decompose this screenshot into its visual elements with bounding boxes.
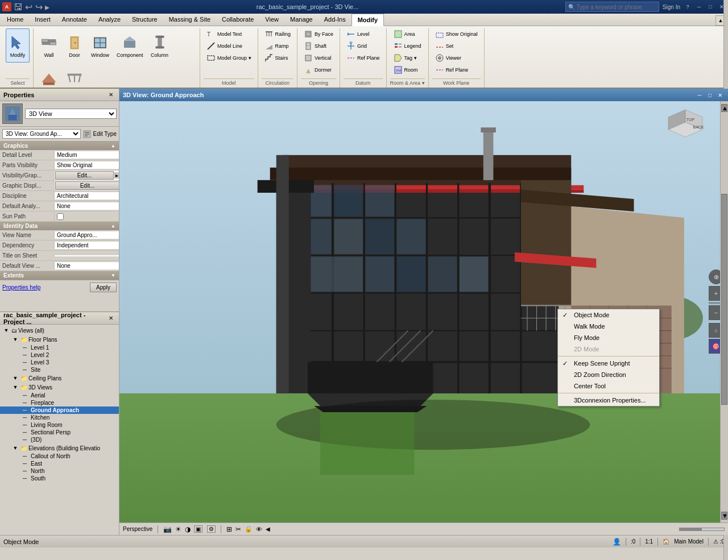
viewport-scrollbar[interactable]: ▲ ▼	[720, 101, 728, 522]
graphics-section-header[interactable]: Graphics ▲	[0, 142, 119, 150]
tree-ceiling-plans[interactable]: ▼ 📁 Ceiling Plans	[0, 374, 119, 383]
area-btn[interactable]: Area	[391, 28, 418, 40]
modify-btn[interactable]: Modify	[6, 28, 30, 63]
crop-icon[interactable]: ⊞	[226, 525, 232, 533]
tree-elevations[interactable]: ▼ 📁 Elevations (Building Elevatio	[0, 443, 119, 453]
search-input[interactable]	[577, 4, 656, 10]
sun-icon[interactable]: ☀	[175, 525, 181, 533]
tree-kitchen[interactable]: ─ Kitchen	[0, 414, 119, 421]
context-2d-zoom[interactable]: 2D Zoom Direction	[558, 369, 659, 380]
search-bar[interactable]: 🔍	[565, 2, 659, 12]
tab-addins[interactable]: Add-Ins	[318, 13, 351, 26]
context-keep-scene-upright[interactable]: ✓ Keep Scene Upright	[558, 358, 659, 369]
tree-ground-approach[interactable]: ─ Ground Approach	[0, 406, 119, 414]
tree-fireplace[interactable]: ─ Fireplace	[0, 399, 119, 406]
ramp-btn[interactable]: Ramp	[262, 40, 292, 52]
viewport-close-btn[interactable]: ✕	[715, 90, 725, 99]
tab-structure[interactable]: Structure	[126, 13, 163, 26]
shadow-icon[interactable]: ◑	[185, 525, 191, 533]
tab-annotate[interactable]: Annotate	[56, 13, 93, 26]
tree-floor-plans[interactable]: ▼ 📁 Floor Plans	[0, 335, 119, 344]
door-btn[interactable]: Door	[63, 28, 86, 63]
tree-aerial[interactable]: ─ Aerial	[0, 392, 119, 399]
tree-3d-views[interactable]: ▼ 📁 3D Views	[0, 383, 119, 392]
extents-section-header[interactable]: Extents ▼	[0, 271, 119, 280]
context-walk-mode[interactable]: Walk Mode	[558, 321, 659, 332]
edit-type-btn[interactable]: Edit Type	[83, 130, 117, 138]
tab-home[interactable]: Home	[1, 13, 29, 26]
render-icon[interactable]: ▣	[194, 525, 202, 533]
properties-help-link[interactable]: Properties help	[2, 284, 40, 291]
view-select-dropdown[interactable]: 3D View: Ground Ap...	[2, 129, 81, 139]
type-selector-dropdown[interactable]: 3D View	[25, 109, 117, 119]
tree-3d[interactable]: ─ (3D)	[0, 436, 119, 443]
context-fly-mode[interactable]: Fly Mode	[558, 332, 659, 343]
graphic-display-edit-btn[interactable]: Edit...	[55, 181, 119, 190]
viewport-canvas[interactable]: TOP BACK ⊕ + − ⌂ 🎯 ✓ Object Mode	[119, 101, 728, 522]
tree-level1[interactable]: ─ Level 1	[0, 344, 119, 351]
set-btn[interactable]: Set	[432, 40, 457, 52]
column-btn[interactable]: Column	[148, 28, 172, 63]
tree-north[interactable]: ─ North	[0, 467, 119, 475]
model-group-btn[interactable]: Model Group ▾	[204, 52, 254, 64]
clip-icon[interactable]: ✂	[235, 525, 241, 533]
tree-east[interactable]: ─ East	[0, 460, 119, 467]
tree-level3[interactable]: ─ Level 3	[0, 359, 119, 366]
tree-sectional-persp[interactable]: ─ Sectional Persp	[0, 429, 119, 436]
tab-view[interactable]: View	[259, 13, 284, 26]
model-line-btn[interactable]: Model Line	[204, 40, 245, 52]
sign-in-btn[interactable]: Sign In	[663, 4, 680, 10]
tab-insert[interactable]: Insert	[29, 13, 56, 26]
lock-icon[interactable]: 🔒	[245, 525, 253, 533]
context-center-tool[interactable]: Center Tool	[558, 380, 659, 392]
stairs-btn[interactable]: Stairs	[262, 52, 291, 64]
visibility-edit-btn[interactable]: Edit...	[55, 171, 114, 180]
tree-views-all[interactable]: ▼ 🗂 Views (all)	[0, 326, 119, 335]
shaft-btn[interactable]: Shaft	[301, 40, 329, 52]
tab-collaborate[interactable]: Collaborate	[216, 13, 259, 26]
tree-south[interactable]: ─ South	[0, 475, 119, 482]
room-tag-btn[interactable]: Tag ▾	[391, 52, 420, 64]
identity-data-section-header[interactable]: Identity Data ▲	[0, 222, 119, 230]
tab-analyze[interactable]: Analyze	[93, 13, 126, 26]
nav-arrow[interactable]: ◀	[266, 526, 270, 532]
level-btn[interactable]: Level	[344, 28, 373, 40]
browser-close-btn[interactable]: ✕	[106, 314, 115, 323]
wall-btn[interactable]: Wall	[37, 28, 61, 63]
vertical-btn[interactable]: Vertical	[301, 52, 334, 64]
ref-plane-wp-btn[interactable]: Ref Plane	[432, 64, 471, 76]
settings-icon[interactable]: ⚙	[207, 525, 216, 533]
legend-btn[interactable]: Legend	[391, 40, 424, 52]
grid-btn[interactable]: Grid	[344, 40, 370, 52]
properties-pin-btn[interactable]: ✕	[106, 90, 115, 99]
tree-living-room[interactable]: ─ Living Room	[0, 421, 119, 429]
by-face-btn[interactable]: By Face	[301, 28, 336, 40]
model-text-btn[interactable]: T Model Text	[204, 28, 245, 40]
help-btn[interactable]: ?	[684, 3, 692, 11]
room-btn[interactable]: RM Room	[391, 64, 421, 76]
context-3dconnexion[interactable]: 3Dconnexion Properties...	[558, 395, 659, 406]
tree-site[interactable]: ─ Site	[0, 366, 119, 374]
show-btn[interactable]: Show Original	[432, 28, 481, 40]
hide-icon[interactable]: 👁	[256, 526, 262, 533]
component-btn[interactable]: Component	[114, 28, 146, 63]
railing-btn[interactable]: Railing	[262, 28, 294, 40]
window-btn[interactable]: Window	[88, 28, 112, 63]
minimize-btn[interactable]: ─	[695, 3, 703, 11]
viewport-minimize-btn[interactable]: ─	[695, 90, 704, 99]
quick-access-toolbar[interactable]: 🖫 ↩ ↪ ▸	[14, 2, 49, 13]
ref-plane-btn[interactable]: Ref Plane	[344, 52, 383, 64]
maximize-btn[interactable]: □	[706, 3, 714, 11]
viewer-btn[interactable]: Viewer	[432, 52, 464, 64]
tree-callout-north[interactable]: ─ Callout of North	[0, 453, 119, 460]
context-object-mode[interactable]: ✓ Object Mode	[558, 309, 659, 321]
viewport-scroll-up[interactable]: ▲	[721, 104, 727, 112]
apply-btn[interactable]: Apply	[90, 283, 117, 292]
camera-icon[interactable]: 📷	[163, 525, 172, 533]
viewport-scroll-down[interactable]: ▼	[721, 512, 727, 520]
tab-modify[interactable]: Modify	[351, 14, 384, 26]
sun-path-checkbox[interactable]	[57, 213, 64, 220]
viewport-maximize-btn[interactable]: □	[705, 90, 714, 99]
dormer-btn[interactable]: Dormer	[301, 64, 334, 76]
tab-manage[interactable]: Manage	[284, 13, 318, 26]
